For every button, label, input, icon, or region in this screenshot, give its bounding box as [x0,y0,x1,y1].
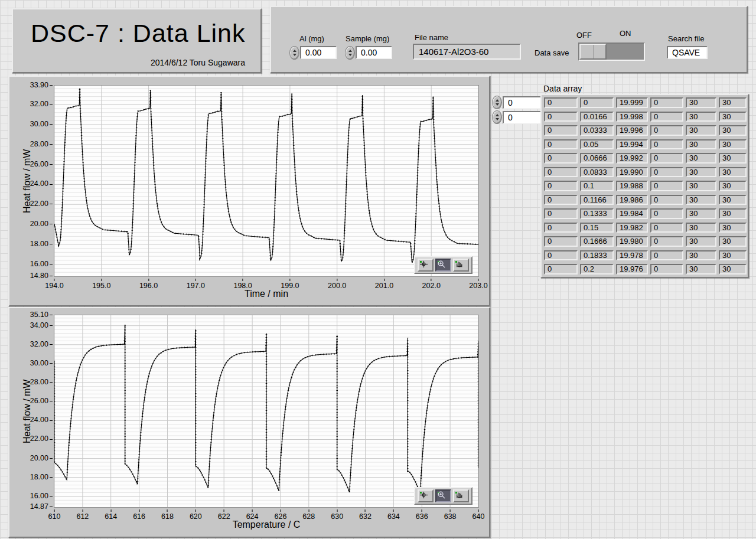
array-cell: 30 [686,112,716,122]
time-chart-y-ticks: 33.9032.0030.0028.0026.0024.0022.0020.00… [9,86,53,276]
data-save-label: Data save [535,48,569,57]
array-cell: 0 [544,112,578,122]
array-cell: 0 [544,125,578,136]
app-title: DSC-7 : Data Link [31,19,246,48]
sample-mg-field[interactable]: 0.00 [356,46,392,59]
increment-icon [496,99,499,102]
array-cell: 30 [686,236,716,247]
decrement-icon [293,54,296,56]
array-cell: 19.988 [616,181,648,191]
array-cell: 30 [686,181,716,191]
y-tick-label: 16.00 [30,492,53,500]
pan-tool-button[interactable] [453,259,469,272]
search-file-label: Search file [668,34,704,43]
array-index-spinner-1: 0 [492,96,542,109]
array-cell: 30 [719,264,747,275]
zoom-tool-button[interactable] [435,259,451,272]
decrement-icon [496,103,499,106]
y-tick-label: 32.00 [30,340,53,348]
y-tick-label: 28.00 [30,378,53,386]
pan-tool-button[interactable] [453,489,469,502]
index-increment-decrement[interactable] [492,96,502,109]
time-chart-panel: Heat flow / mW 33.9032.0030.0028.0026.00… [8,76,490,306]
array-cell: 19.990 [616,167,648,178]
y-tick-label: 22.00 [30,435,53,443]
array-cell: 0.1666 [580,236,614,247]
array-cell: 30 [686,167,716,178]
array-cell: 19.999 [616,97,648,108]
array-cell: 0 [650,97,683,108]
data-array-grid: 0019.9990303000.016619.9980303000.033319… [542,95,748,277]
time-plot-area[interactable] [54,86,478,276]
array-cell: 19.984 [616,208,648,219]
y-tick-label: 18.00 [30,473,53,481]
graph-palette [414,256,472,274]
temperature-plot-area[interactable] [54,315,478,507]
array-cell: 0 [544,181,578,191]
y-tick-label: 26.00 [30,397,53,405]
array-cell: 0 [650,236,683,247]
array-cell: 0 [650,125,683,136]
y-tick-label: 20.00 [30,220,53,228]
array-cell: 0 [544,167,578,178]
array-cell: 0.1166 [580,195,614,205]
magnifier-zoom-icon [436,260,447,269]
array-cell: 0 [650,153,683,164]
index-increment-decrement[interactable] [492,110,502,124]
y-tick-label: 16.00 [30,260,53,268]
array-cell: 0 [544,236,578,247]
search-file-field[interactable]: QSAVE [667,46,708,59]
array-cell: 30 [719,208,747,219]
array-index-field-2[interactable]: 0 [503,111,542,124]
toggle-handle[interactable] [579,44,607,60]
array-cell: 0 [544,250,578,261]
decrement-icon [348,54,352,56]
array-cell: 0.15 [580,223,614,233]
y-tick-label: 34.00 [30,321,53,329]
data-array-label: Data array [543,84,582,93]
hand-pan-icon [454,260,464,269]
array-cell: 30 [719,139,747,150]
array-index-field-1[interactable]: 0 [503,96,542,109]
data-array-table: 0019.9990303000.016619.9980303000.033319… [540,94,749,278]
array-cell: 30 [686,264,716,275]
app-subtitle: 2014/6/12 Toru Sugawara [151,58,245,67]
array-cell: 30 [686,125,716,136]
array-cell: 19.996 [616,125,648,136]
data-save-toggle[interactable] [578,43,645,61]
y-tick-label: 28.00 [30,140,53,148]
array-cell: 30 [719,167,747,178]
array-cell: 0 [580,97,614,108]
cursor-tool-button[interactable] [418,259,434,272]
y-tick-label: 24.00 [30,179,53,188]
hand-pan-icon [454,491,464,499]
crosshair-cursor-icon [419,260,429,269]
array-cell: 0 [650,139,683,150]
y-tick-label: 22.00 [30,200,53,208]
array-cell: 19.992 [616,153,648,164]
sample-mg-spinner[interactable] [345,46,355,60]
al-mg-spinner[interactable] [289,46,299,60]
array-cell: 0 [650,167,683,178]
array-cell: 19.994 [616,139,648,150]
al-mg-field[interactable]: 0.00 [300,46,337,59]
cursor-tool-button[interactable] [418,489,434,502]
crosshair-cursor-icon [419,491,429,499]
al-mg-label: Al (mg) [299,34,324,43]
temperature-chart-panel: Heat flow / mW 35.1034.0032.0030.0028.00… [8,307,490,538]
array-cell: 30 [719,195,747,205]
array-cell: 30 [686,250,716,261]
zoom-tool-button[interactable] [435,489,451,502]
array-cell: 19.978 [616,250,648,261]
array-cell: 30 [719,236,747,247]
time-series-plot [54,86,478,276]
array-cell: 0 [544,223,578,233]
file-name-field[interactable]: 140617-Al2O3-60 [413,44,521,60]
temperature-chart-y-ticks: 35.1034.0032.0030.0028.0026.0024.0022.00… [9,315,53,507]
array-cell: 0 [650,264,683,275]
increment-icon [496,114,499,116]
increment-icon [348,50,352,52]
array-cell: 30 [686,208,716,219]
decrement-icon [496,118,499,120]
temperature-chart-x-axis-title: Temperature / C [54,520,478,530]
